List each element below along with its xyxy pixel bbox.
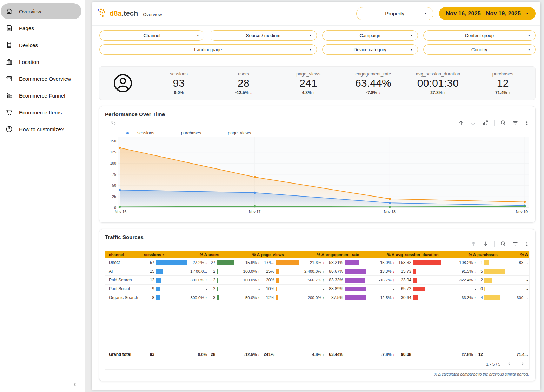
column-header-delta[interactable]: % Δ — [370, 253, 396, 257]
metric-value: 65.72 — [396, 286, 411, 291]
trend-up-icon: ↑ — [508, 90, 510, 95]
sort-ascending-icon[interactable] — [458, 120, 464, 126]
metric-label: purchases — [470, 71, 535, 77]
filter-device-category[interactable]: Device category▼ — [322, 44, 418, 55]
sort-ascending-icon[interactable] — [470, 241, 477, 247]
metric-cell: 86.67% — [326, 269, 370, 274]
filter-channel[interactable]: Channel▼ — [99, 30, 204, 41]
sidebar-item-ecommerce-funnel[interactable]: Ecommerce Funnel — [1, 87, 81, 104]
svg-text:Nov 19: Nov 19 — [516, 210, 528, 214]
metric-delta: - — [370, 287, 396, 291]
column-header-channel[interactable]: channel — [105, 253, 144, 257]
metric-delta: -7.8% ↓ — [370, 352, 396, 357]
explore-data-icon[interactable] — [500, 241, 506, 247]
metric-value: 86.67% — [326, 269, 343, 274]
sort-descending-indicator-icon: ▼ — [162, 254, 165, 256]
column-header-delta[interactable]: % Δ — [449, 253, 477, 257]
filter-icon[interactable] — [512, 241, 518, 247]
table-body: Direct67-27.2% ↓27-15.6% ↓174...-21.6% ↓… — [105, 258, 529, 302]
main-content: d8a.tech Overview Property ▼ Nov 16, 202… — [92, 2, 540, 390]
filter-label: Device category — [354, 47, 386, 52]
date-range-selector[interactable]: Nov 16, 2025 - Nov 19, 2025 ▼ — [439, 7, 536, 20]
metric-bar — [413, 295, 418, 300]
svg-text:Nov 16: Nov 16 — [115, 210, 126, 214]
chart-settings-icon[interactable] — [482, 120, 489, 126]
filter-label: Content group — [465, 33, 494, 38]
metric-delta: - — [510, 269, 529, 273]
metric-value: 15.73 — [396, 269, 411, 274]
column-header-purchases[interactable]: purchases — [477, 253, 510, 257]
scorecard-engagement-rate: engagement_rate 63.44% -7.8% ↓ — [341, 71, 406, 95]
sidebar-item-ecommerce-items[interactable]: Ecommerce Items — [1, 104, 81, 120]
filter-campaign[interactable]: Campaign▼ — [322, 30, 418, 41]
trend-down-icon: ↓ — [250, 90, 252, 95]
pagination-range: 1 - 5 / 5 — [486, 362, 500, 367]
column-header-engagement-rate[interactable]: engagement_rate — [326, 253, 370, 257]
table-title: Traffic Sources — [105, 234, 530, 240]
metric-cell: 25% — [261, 269, 300, 274]
column-header-delta[interactable]: % Δ — [300, 253, 326, 257]
channel-cell: Paid Search — [105, 278, 144, 283]
metric-bar — [156, 269, 163, 274]
column-header-avg-session-duration[interactable]: avg_session_duration — [396, 253, 449, 257]
chevron-down-icon: ▼ — [424, 12, 427, 15]
metric-bar — [413, 260, 441, 265]
metric-cell: 2 — [208, 286, 239, 291]
scorecard-row: sessions 93 0.0%users 28 -12.5% ↓page_vi… — [99, 66, 536, 100]
svg-text:150: 150 — [110, 139, 116, 143]
next-page-icon[interactable] — [520, 361, 525, 367]
sort-descending-icon[interactable] — [482, 241, 489, 247]
filter-landing-page[interactable]: Landing page▼ — [99, 44, 317, 55]
sort-descending-icon[interactable] — [470, 120, 476, 126]
property-selector[interactable]: Property ▼ — [356, 7, 433, 20]
column-header-delta[interactable]: % Δ — [189, 253, 208, 257]
explore-data-icon[interactable] — [500, 120, 506, 126]
svg-text:25: 25 — [112, 194, 116, 199]
filter-content-group[interactable]: Content group▼ — [423, 30, 536, 41]
previous-page-icon[interactable] — [507, 361, 512, 367]
metric-value: 12 — [470, 77, 535, 89]
metric-bar — [276, 295, 278, 300]
filter-country[interactable]: Country▼ — [423, 44, 536, 55]
metric-delta: -7.8% ↓ — [341, 90, 406, 95]
metric-bar — [217, 260, 234, 265]
sidebar-item-pages[interactable]: Pages — [1, 20, 81, 36]
sidebar-item-overview[interactable]: Overview — [1, 3, 81, 19]
grand-total-label: Grand total — [105, 352, 144, 357]
filter-icon[interactable] — [512, 120, 518, 126]
svg-text:50: 50 — [112, 183, 116, 187]
metric-delta: 300.0% ↑ — [189, 278, 208, 282]
metric-bar — [484, 278, 492, 283]
more-options-icon[interactable] — [524, 241, 530, 247]
column-header-users[interactable]: users — [208, 253, 239, 257]
legend-item-purchases: purchases — [165, 131, 201, 135]
date-range-label: Nov 16, 2025 - Nov 19, 2025 — [446, 11, 521, 17]
metric-cell: 2 — [208, 278, 239, 283]
filter-source-medium[interactable]: Source / medium▼ — [210, 30, 317, 41]
trend-down-icon: ↓ — [393, 278, 394, 282]
sidebar-collapse-button[interactable] — [72, 382, 78, 387]
table-empty-space — [105, 302, 529, 349]
metric-delta: -16.7% ↓ — [370, 278, 396, 282]
metric-delta: - — [239, 287, 261, 291]
metric-value: 67 — [144, 260, 154, 265]
trend-down-icon: ↓ — [393, 295, 394, 300]
metric-value: 93 — [144, 352, 154, 357]
sidebar-item-how-to-customize[interactable]: How to customize? — [1, 121, 81, 137]
svg-text:100: 100 — [110, 161, 116, 165]
sidebar-item-location[interactable]: Location — [1, 54, 81, 70]
metric-delta: - — [189, 287, 208, 291]
sidebar-item-devices[interactable]: Devices — [1, 37, 81, 53]
column-header-delta[interactable]: % Δ — [239, 253, 261, 257]
metric-delta: -12.5% ↓ — [370, 295, 396, 300]
sidebar-item-label: Location — [19, 59, 39, 65]
column-header-page-views[interactable]: page_views — [261, 253, 300, 257]
metric-cell: 87.5% — [326, 295, 370, 300]
undo-icon[interactable] — [110, 120, 117, 126]
column-header-sessions[interactable]: sessions▼ — [144, 253, 189, 257]
trend-up-icon: ↑ — [474, 352, 476, 357]
sidebar-item-ecommerce-overview[interactable]: Ecommerce Overview — [1, 71, 81, 87]
more-options-icon[interactable] — [524, 120, 530, 126]
column-header-delta[interactable]: % Δ — [510, 253, 529, 257]
svg-text:0: 0 — [114, 206, 116, 210]
